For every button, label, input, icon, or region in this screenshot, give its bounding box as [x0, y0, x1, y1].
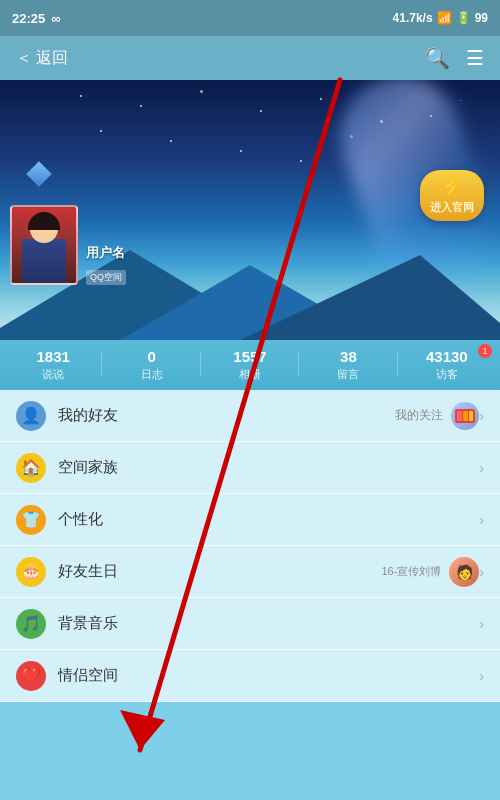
menu-item-family[interactable]: 🏠 空间家族 › — [0, 442, 500, 494]
stat-label-xiangce: 相册 — [201, 367, 299, 382]
family-icon: 🏠 — [16, 453, 46, 483]
nav-actions: 🔍 ☰ — [425, 46, 484, 70]
follow-icon — [451, 402, 479, 430]
stat-num-liuyan: 38 — [299, 348, 397, 365]
friends-right: 我的关注 — [395, 402, 479, 430]
status-bar: 22:25 ∞ 41.7k/s 📶 🔋 99 — [0, 0, 500, 36]
search-icon[interactable]: 🔍 — [425, 46, 450, 70]
chevron-icon: › — [479, 616, 484, 632]
menu-item-couple[interactable]: ❤️ 情侣空间 › — [0, 650, 500, 702]
menu-item-music[interactable]: 🎵 背景音乐 › — [0, 598, 500, 650]
profile-section: 用户名 QQ空间 — [10, 205, 126, 285]
hero-section: 用户名 QQ空间 ⚡ 进入官网 — [0, 80, 500, 340]
personalize-label: 个性化 — [58, 510, 479, 529]
menu-item-personalize[interactable]: 👕 个性化 › — [0, 494, 500, 546]
status-left: 22:25 ∞ — [12, 11, 61, 26]
status-infinity: ∞ — [51, 11, 60, 26]
stat-label-liuyan: 留言 — [299, 367, 397, 382]
menu-icon[interactable]: ☰ — [466, 46, 484, 70]
back-label: 返回 — [36, 48, 68, 69]
chevron-icon: › — [479, 668, 484, 684]
stat-liuyan[interactable]: 38 留言 — [299, 348, 397, 382]
birthday-label: 好友生日 — [58, 562, 381, 581]
chevron-icon: › — [479, 564, 484, 580]
promo-label: 16-宣传刘博 — [381, 564, 441, 579]
stat-shuoshuo[interactable]: 1831 说说 — [4, 348, 102, 382]
birthday-icon: 🎂 — [16, 557, 46, 587]
menu-list: 👤 我的好友 我的关注 › 🏠 空间家族 — [0, 390, 500, 702]
stat-xiangce[interactable]: 1557 相册 — [201, 348, 299, 382]
promo-avatar: 🧑 — [449, 557, 479, 587]
follow-label: 我的关注 — [395, 407, 443, 424]
battery-icon: 🔋 — [456, 11, 471, 25]
stat-label-fangke: 访客 — [398, 367, 496, 382]
friends-label: 我的好友 — [58, 406, 395, 425]
svg-rect-1 — [457, 411, 462, 421]
svg-rect-3 — [469, 411, 473, 421]
official-website-button[interactable]: ⚡ 进入官网 — [420, 170, 484, 221]
stat-label-shuoshuo: 说说 — [4, 367, 102, 382]
music-icon: 🎵 — [16, 609, 46, 639]
nav-bar: ＜ 返回 🔍 ☰ — [0, 36, 500, 80]
profile-name: 用户名 — [86, 244, 126, 262]
music-label: 背景音乐 — [58, 614, 479, 633]
chevron-icon: › — [479, 512, 484, 528]
profile-badge: QQ空间 — [86, 270, 126, 285]
couple-label: 情侣空间 — [58, 666, 479, 685]
family-label: 空间家族 — [58, 458, 479, 477]
birthday-right: 16-宣传刘博 🧑 — [381, 557, 479, 587]
menu-item-birthday[interactable]: 🎂 好友生日 16-宣传刘博 🧑 › — [0, 546, 500, 598]
stat-fangke[interactable]: 1 43130 访客 — [398, 348, 496, 382]
menu-item-friends[interactable]: 👤 我的好友 我的关注 › — [0, 390, 500, 442]
official-btn-label: 进入官网 — [430, 200, 474, 215]
visitor-badge: 1 — [478, 344, 492, 358]
stat-num-rizhi: 0 — [102, 348, 200, 365]
app-container: 22:25 ∞ 41.7k/s 📶 🔋 99 ＜ 返回 🔍 ☰ — [0, 0, 500, 800]
status-speed: 41.7k/s — [393, 11, 433, 25]
stat-num-xiangce: 1557 — [201, 348, 299, 365]
svg-marker-5 — [120, 710, 165, 750]
personalize-icon: 👕 — [16, 505, 46, 535]
signal-icon: 📶 — [437, 11, 452, 25]
stats-bar: 1831 说说 0 日志 1557 相册 38 留言 1 43130 访客 — [0, 340, 500, 390]
lightning-icon: ⚡ — [441, 176, 463, 198]
svg-rect-2 — [463, 411, 468, 421]
chevron-icon: › — [479, 408, 484, 424]
battery-level: 99 — [475, 11, 488, 25]
status-time: 22:25 — [12, 11, 45, 26]
chevron-icon: › — [479, 460, 484, 476]
friends-icon: 👤 — [16, 401, 46, 431]
avatar[interactable] — [10, 205, 78, 285]
back-button[interactable]: ＜ 返回 — [16, 48, 68, 69]
stat-label-rizhi: 日志 — [102, 367, 200, 382]
stat-num-shuoshuo: 1831 — [4, 348, 102, 365]
status-right: 41.7k/s 📶 🔋 99 — [393, 11, 488, 25]
profile-info: 用户名 QQ空间 — [86, 244, 126, 285]
couple-icon: ❤️ — [16, 661, 46, 691]
stat-rizhi[interactable]: 0 日志 — [102, 348, 200, 382]
back-chevron-icon: ＜ — [16, 48, 32, 69]
